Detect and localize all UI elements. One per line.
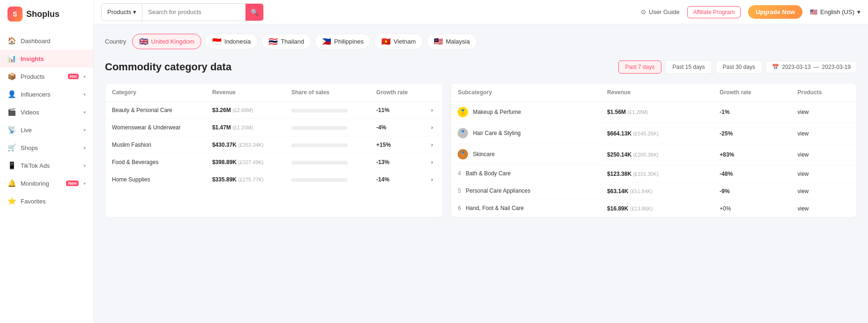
growth-cell: -1% — [713, 102, 791, 123]
chevron-right-icon[interactable]: › — [424, 136, 443, 154]
subcategory-name: Bath & Body Care — [466, 170, 511, 177]
subcategory-table: SubcategoryRevenueGrowth rateProducts 🥇M… — [451, 83, 857, 218]
revenue-cell: $664.13K (£545.25K) — [601, 123, 713, 144]
country-tab-uk[interactable]: 🇬🇧United Kingdom — [132, 34, 202, 49]
chevron-right-icon[interactable]: › — [424, 171, 443, 188]
revenue-cell: $123.38K (£101.30K) — [601, 165, 713, 182]
growth-cell: -48% — [713, 165, 791, 182]
search-wrapper: Products ▾ 🔍 — [101, 3, 264, 21]
tables-row: CategoryRevenueShare of salesGrowth rate… — [105, 83, 857, 218]
main-area: Products ▾ 🔍 ⊙ User Guide Affiliate Prog… — [94, 0, 868, 323]
rank-number: 5 — [458, 188, 461, 194]
flag-ph: 🇵🇭 — [322, 37, 331, 46]
shops-icon: 🛒 — [7, 143, 16, 152]
view-link[interactable]: view — [791, 200, 857, 217]
subcategory-cell: 🥇Makeup & Perfume — [451, 102, 601, 123]
calendar-icon: 📅 — [772, 64, 779, 70]
category-name: Home Supplies — [105, 171, 206, 188]
subcategory-name: Makeup & Perfume — [473, 109, 521, 115]
date-to: 2023-03-19 — [822, 64, 851, 70]
user-guide-link[interactable]: ⊙ User Guide — [641, 8, 680, 15]
logo[interactable]: S Shoplus — [0, 0, 93, 28]
growth-cell: -11% — [370, 102, 424, 119]
subcategory-name: Hair Care & Styling — [473, 130, 520, 136]
sidebar-item-influencers[interactable]: 👤 Influencers ▾ — [0, 85, 93, 103]
search-input[interactable] — [142, 4, 245, 21]
subcategory-cell: 🥉Skincare — [451, 144, 601, 165]
live-icon: 📡 — [7, 126, 16, 134]
date-filter-past-30-days[interactable]: Past 30 days — [716, 60, 762, 74]
page-title: Commodity category data — [105, 61, 231, 73]
sidebar: S Shoplus 🏠 Dashboard 📊 Insights 📦 Produ… — [0, 0, 94, 323]
category-name: Food & Beverages — [105, 154, 206, 171]
country-name-id: Indonesia — [224, 38, 251, 45]
sidebar-item-shops[interactable]: 🛒 Shops ▾ — [0, 139, 93, 157]
country-tab-th[interactable]: 🇹🇭Thailand — [261, 34, 311, 49]
sidebar-item-favorites[interactable]: ⭐ Favorites — [0, 192, 93, 210]
bar-cell — [285, 119, 370, 136]
table-row: Womenswear & Underwear $1.47M (£1.20M) -… — [105, 119, 443, 136]
view-link[interactable]: view — [791, 123, 857, 144]
sidebar-item-insights[interactable]: 📊 Insights — [0, 50, 93, 68]
revenue-cell: $430.37K (£353.34K) — [206, 136, 285, 154]
bar-cell — [285, 154, 370, 171]
flag-vn: 🇻🇳 — [381, 37, 391, 46]
sidebar-item-videos[interactable]: 🎬 Videos ▾ — [0, 103, 93, 121]
search-category-dropdown[interactable]: Products ▾ — [102, 4, 142, 21]
view-link[interactable]: view — [791, 102, 857, 123]
country-tab-my[interactable]: 🇲🇾Malaysia — [427, 34, 477, 49]
subcategory-cell: 4Bath & Body Care — [451, 165, 601, 182]
growth-cell: -14% — [370, 171, 424, 188]
sidebar-item-products[interactable]: 📦 Products Hot ▾ — [0, 68, 93, 85]
country-tab-id[interactable]: 🇮🇩Indonesia — [205, 34, 258, 49]
view-link[interactable]: view — [791, 165, 857, 182]
chevron-icon: ▾ — [83, 110, 86, 115]
subcategory-name: Skincare — [473, 151, 495, 158]
chevron-right-icon[interactable]: › — [424, 154, 443, 171]
sidebar-item-tiktok-ads[interactable]: 📱 TikTok Ads ▾ — [0, 157, 93, 174]
table-row: 🥇Makeup & Perfume $1.56M (£1.28M) -1% vi… — [451, 102, 856, 123]
country-name-uk: United Kingdom — [151, 38, 195, 45]
growth-cell: +83% — [713, 144, 791, 165]
chevron-icon: ▾ — [83, 181, 86, 186]
rank-badge: 🥇 — [458, 107, 468, 117]
date-filter-past-7-days[interactable]: Past 7 days — [618, 60, 662, 74]
chevron-right-icon[interactable]: › — [424, 102, 443, 119]
bar-cell — [285, 136, 370, 154]
sidebar-item-dashboard[interactable]: 🏠 Dashboard — [0, 32, 93, 50]
upgrade-button[interactable]: Upgrade Now — [748, 5, 802, 19]
view-link[interactable]: view — [791, 182, 857, 200]
chevron-icon: ▾ — [83, 74, 86, 79]
sidebar-item-live[interactable]: 📡 Live ▾ — [0, 121, 93, 139]
chevron-icon: ▾ — [83, 163, 86, 168]
chevron-down-icon: ▾ — [133, 8, 136, 15]
date-range-picker[interactable]: 📅2023-03-13 — 2023-03-19 — [766, 61, 857, 73]
flag-uk: 🇬🇧 — [139, 37, 148, 46]
revenue-cell: $63.14K (£51.84K) — [601, 182, 713, 200]
flag-icon: 🇺🇸 — [810, 8, 817, 15]
influencers-icon: 👤 — [7, 90, 16, 98]
country-tab-vn[interactable]: 🇻🇳Vietnam — [374, 34, 423, 49]
view-link[interactable]: view — [791, 144, 857, 165]
main-category-table: CategoryRevenueShare of salesGrowth rate… — [105, 83, 443, 218]
main-col-growth-rate: Growth rate — [370, 83, 424, 102]
chevron-right-icon[interactable]: › — [424, 119, 443, 136]
growth-cell: +15% — [370, 136, 424, 154]
language-selector[interactable]: 🇺🇸 English (US) ▾ — [810, 8, 861, 15]
affiliate-button[interactable]: Affiliate Program — [687, 6, 741, 18]
table-row: Beauty & Personal Care $3.26M (£2.68M) -… — [105, 102, 443, 119]
sidebar-item-monitoring[interactable]: 🔔 Monitoring New ▾ — [0, 174, 93, 192]
tiktok-ads-icon: 📱 — [7, 161, 16, 170]
table-row: 5Personal Care Appliances $63.14K (£51.8… — [451, 182, 856, 200]
subcategory-cell: 🥈Hair Care & Styling — [451, 123, 601, 144]
country-tab-ph[interactable]: 🇵🇭Philippines — [315, 34, 371, 49]
growth-cell: -13% — [370, 154, 424, 171]
search-button[interactable]: 🔍 — [245, 4, 263, 21]
sub-col-subcategory: Subcategory — [451, 83, 601, 102]
revenue-cell: $398.89K (£327.49K) — [206, 154, 285, 171]
country-label: Country — [105, 38, 126, 45]
revenue-cell: $16.89K (£13.86K) — [601, 200, 713, 217]
revenue-cell: $335.89K (£275.77K) — [206, 171, 285, 188]
table-row: 🥈Hair Care & Styling $664.13K (£545.25K)… — [451, 123, 856, 144]
date-filter-past-15-days[interactable]: Past 15 days — [665, 60, 712, 74]
